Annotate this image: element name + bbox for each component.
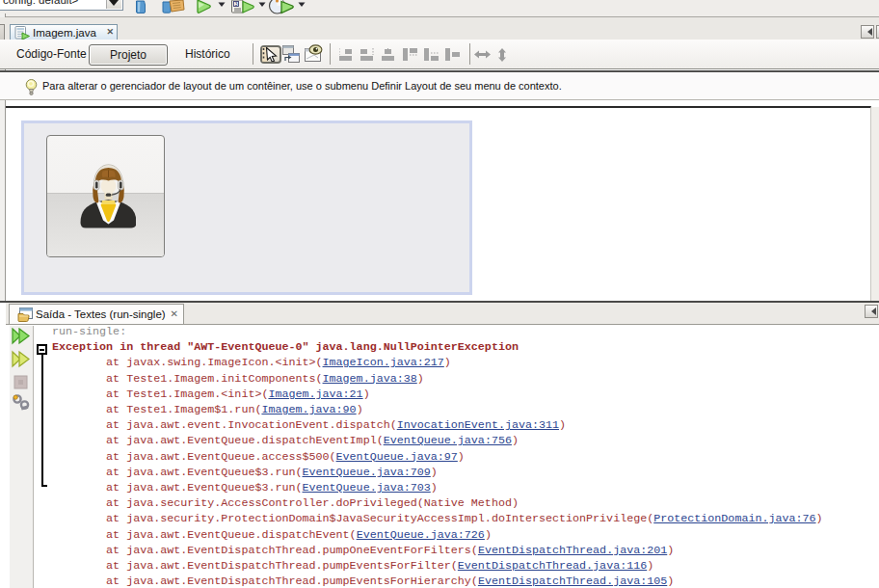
svg-text:3: 3 (235, 1, 238, 7)
